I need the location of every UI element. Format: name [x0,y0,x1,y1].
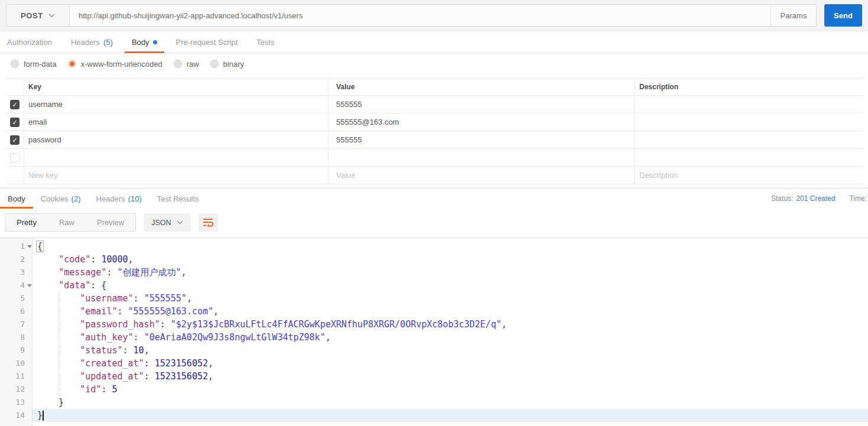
code-text[interactable]: } [32,396,868,409]
request-tab-authorization[interactable]: Authorization [0,31,59,53]
kv-key-cell[interactable]: email [24,113,328,131]
code-text[interactable]: } [32,409,868,422]
response-tab-body[interactable]: Body [0,188,33,209]
kv-checkbox[interactable]: ✓ [10,135,19,145]
line-number: 6 [0,305,32,318]
kv-checkbox-cell: ✓ [6,113,24,131]
kv-key-cell[interactable]: password [24,131,328,148]
kv-checkbox-cell [6,167,24,184]
code-line: 10 "created_at": 1523156052, [0,357,868,370]
request-url-bar: POST Params Send [0,0,868,31]
chevron-down-icon [48,14,55,18]
response-tab-headers[interactable]: Headers(10) [89,188,149,209]
code-text[interactable]: "username": "555555", [32,292,868,305]
body-mode-label: x-www-form-urlencoded [81,60,162,69]
tab-label: Tests [256,38,274,47]
code-text[interactable]: "email": "555555@163.com", [32,305,868,318]
token-str: "0eAriaA02Qw9J3s8ngwLtGlW34tpZ98k" [144,332,326,343]
line-number: 11 [0,370,32,383]
request-tab-headers[interactable]: Headers(5) [64,31,120,53]
kv-description-cell[interactable] [634,96,863,113]
kv-key-cell[interactable] [24,149,328,166]
code-line: 9 "status": 10, [0,344,868,357]
kv-new-key-cell[interactable]: New key [24,167,328,184]
token-key: "password_hash" [80,319,160,330]
line-number: 2 [0,253,32,266]
token-key: "email" [80,306,117,317]
code-text[interactable]: { [32,240,868,253]
request-tab-body[interactable]: Body [125,31,164,53]
params-button[interactable]: Params [771,5,816,26]
kv-key-cell[interactable]: username [24,96,328,113]
code-line: 12 "id": 5 [0,383,868,396]
unsaved-body-dot-icon [153,40,157,44]
kv-description-cell[interactable] [634,113,863,131]
kv-header-key: Key [24,79,328,95]
view-mode-pretty[interactable]: Pretty [5,214,48,231]
request-tab-tests[interactable]: Tests [249,31,281,53]
kv-checkbox[interactable]: ✓ [10,118,19,127]
response-tab-cookies[interactable]: Cookies(2) [33,188,89,209]
code-text[interactable]: "status": 10, [32,344,868,357]
kv-new-value-cell[interactable]: Value [328,167,634,184]
code-text[interactable]: "message": "创建用户成功", [32,266,868,279]
kv-description-cell[interactable] [634,149,863,166]
token-p: : [134,293,144,304]
code-line: 11 "updated_at": 1523156052, [0,370,868,383]
code-text[interactable]: "code": 10000, [32,253,868,266]
indent-guide [58,331,59,344]
token-num: 1523156052 [155,371,208,382]
response-tab-test-results[interactable]: Test Results [149,188,207,209]
view-mode-raw[interactable]: Raw [48,214,86,231]
wrap-text-button[interactable] [199,213,218,232]
status-label: Status: [771,194,793,203]
method-select[interactable]: POST [6,5,70,26]
code-text[interactable]: "updated_at": 1523156052, [32,370,868,383]
token-num: 10 [134,345,144,356]
code-line: 3 "message": "创建用户成功", [0,266,868,279]
code-text[interactable]: "id": 5 [32,383,868,396]
body-mode-form-data[interactable]: form-data [11,60,57,69]
kv-new-description-cell[interactable]: Description [634,167,863,184]
url-input[interactable] [70,5,771,26]
token-p [37,280,58,291]
kv-description-cell[interactable] [634,131,863,148]
token-num: 10000 [101,254,128,265]
kv-checkbox[interactable]: ✓ [10,100,19,109]
body-mode-raw[interactable]: raw [174,60,199,69]
response-body-editor[interactable]: 1{2 "code": 10000,3 "message": "创建用户成功",… [0,238,868,426]
kv-header-row: Key Value Description [6,78,863,96]
kv-value-cell[interactable] [328,149,634,166]
body-mode-binary[interactable]: binary [210,60,244,69]
token-key: "status" [80,345,122,356]
code-text[interactable]: "auth_key": "0eAriaA02Qw9J3s8ngwLtGlW34t… [32,331,868,344]
status-badge: 201 Created [796,194,835,203]
line-number: 12 [0,383,32,396]
format-select[interactable]: JSON [144,213,190,232]
token-p: } [37,410,43,421]
kv-value-cell[interactable]: 555555@163.com [328,113,634,131]
code-text[interactable]: "data": { [32,279,868,292]
token-str: "555555" [144,293,187,304]
code-line: 1{ [0,240,868,253]
token-p: : [144,371,155,382]
token-str: "创建用户成功" [117,267,181,278]
tab-count: (2) [71,194,81,203]
kv-value-cell[interactable]: 555555 [328,96,634,113]
code-text[interactable]: "password_hash": "$2y$13$JcBRxuLFtLc4FfA… [32,318,868,331]
body-mode-label: raw [187,60,199,69]
request-tab-pre-request-script[interactable]: Pre-request Script [169,31,245,53]
kv-value-cell[interactable]: 555555 [328,131,634,148]
kv-checkbox[interactable] [10,153,19,162]
fold-toggle-icon[interactable] [27,284,32,287]
kv-row: ✓email555555@163.com [6,113,863,131]
token-p: : { [90,280,106,291]
send-button[interactable]: Send [824,4,862,27]
view-mode-preview[interactable]: Preview [86,214,135,231]
body-mode-x-www-form-urlencoded[interactable]: x-www-form-urlencoded [68,60,162,69]
fold-toggle-icon[interactable] [27,245,32,248]
response-tabs: BodyCookies(2)Headers(10)Test Results St… [0,188,868,209]
tab-label: Headers [71,38,100,47]
code-text[interactable]: "created_at": 1523156052, [32,357,868,370]
tab-count: (5) [103,38,113,47]
